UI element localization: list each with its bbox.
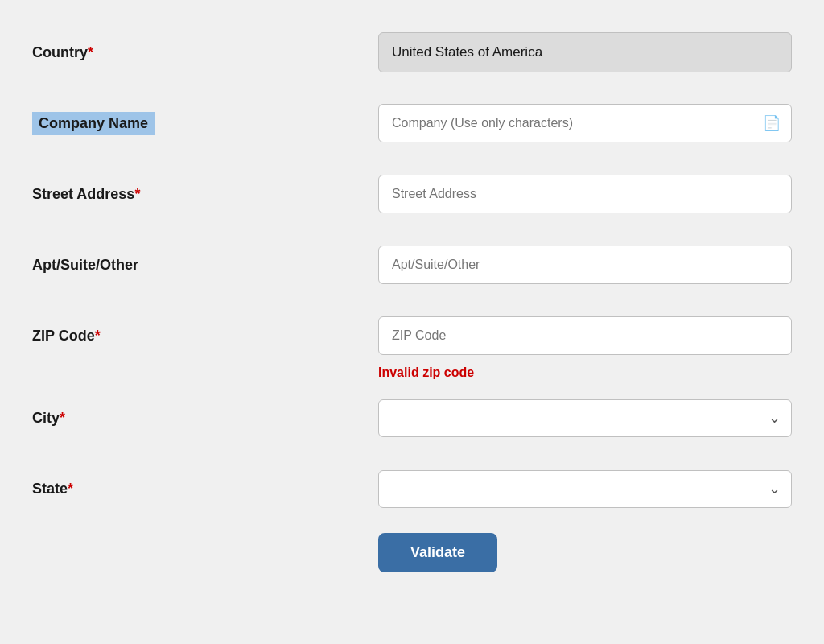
street-address-row: Street Address* [32,166,792,222]
company-input-wrapper: 📄 [378,104,792,142]
street-address-label: Street Address* [32,186,140,202]
state-select[interactable] [378,470,792,508]
apt-suite-label-col: Apt/Suite/Other [32,257,378,274]
zip-code-label: ZIP Code* [32,328,101,344]
zip-code-input[interactable] [378,316,792,355]
company-name-label: Company Name [32,112,154,135]
city-input-col: ⌄ [378,399,792,437]
city-label: City* [32,410,65,426]
apt-suite-input[interactable] [378,246,792,284]
apt-suite-input-col [378,246,792,284]
company-name-row: Company Name 📄 [32,95,792,151]
apt-suite-row: Apt/Suite/Other [32,237,792,293]
address-form: Country* United States of America Compan… [0,0,824,597]
state-select-wrapper: ⌄ [378,470,792,508]
country-input-col: United States of America [378,32,792,72]
street-address-input[interactable] [378,175,792,213]
country-row: Country* United States of America [32,24,792,80]
validate-row: Validate [32,533,792,572]
city-select[interactable] [378,399,792,437]
street-address-label-col: Street Address* [32,186,378,203]
state-row: State* ⌄ [32,460,792,517]
city-label-col: City* [32,410,378,427]
validate-button[interactable]: Validate [378,533,497,572]
company-name-input-col: 📄 [378,104,792,142]
zip-code-input-col [378,316,792,355]
company-name-input[interactable] [378,104,792,142]
zip-code-label-col: ZIP Code* [32,328,378,345]
company-name-label-col: Company Name [32,112,378,135]
city-row: City* ⌄ [32,390,792,446]
state-label: State* [32,481,73,497]
city-select-wrapper: ⌄ [378,399,792,437]
apt-suite-label: Apt/Suite/Other [32,257,138,273]
state-label-col: State* [32,481,378,497]
zip-error-message: Invalid zip code [378,365,474,380]
company-card-icon: 📄 [763,114,781,132]
zip-error-row: Invalid zip code [32,365,792,380]
country-display[interactable]: United States of America [378,32,792,72]
country-label: Country* [32,44,93,60]
street-address-input-col [378,175,792,213]
country-label-col: Country* [32,44,378,61]
state-input-col: ⌄ [378,470,792,508]
zip-code-row: ZIP Code* [32,308,792,364]
